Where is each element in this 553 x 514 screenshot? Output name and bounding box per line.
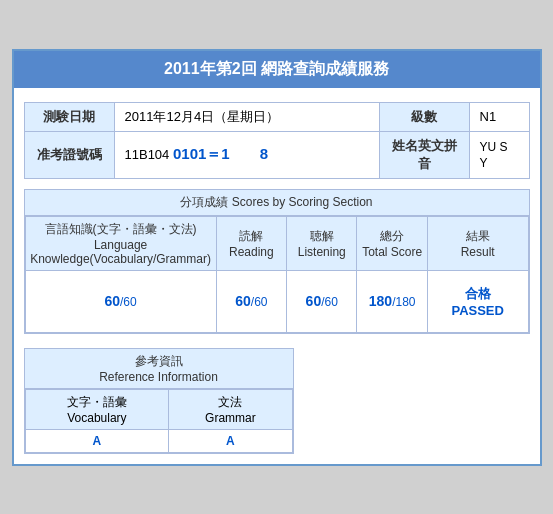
level-value: N1 bbox=[469, 102, 529, 131]
examinee-id-blue: 0101＝1 8 bbox=[173, 145, 268, 162]
col-total-jp: 總分 bbox=[380, 229, 404, 243]
col-reading-en: Reading bbox=[229, 245, 274, 259]
col-grammar-en: Grammar bbox=[205, 411, 256, 425]
result-jp: 合格 bbox=[432, 285, 524, 303]
content-wrapper: 測験日期 2011年12月4日（星期日） 級數 N1 准考證號碼 11B104 … bbox=[14, 88, 540, 464]
total-max: 180 bbox=[395, 295, 415, 309]
total-score: 180 bbox=[369, 293, 392, 309]
ref-title: 參考資訊 Reference Information bbox=[25, 349, 293, 389]
col-listening-header: 聴解 Listening bbox=[287, 216, 357, 270]
scores-title: 分項成績 Scores by Scoring Section bbox=[25, 190, 529, 216]
result-cell: 合格 PASSED bbox=[427, 270, 528, 332]
listening-max: 60 bbox=[325, 295, 338, 309]
lang-max: 60 bbox=[123, 295, 136, 309]
col-result-header: 結果 Result bbox=[427, 216, 528, 270]
exam-date-value: 2011年12月4日（星期日） bbox=[114, 102, 379, 131]
vocab-value: A bbox=[25, 429, 169, 452]
lang-score-cell: 60/60 bbox=[25, 270, 216, 332]
total-score-cell: 180/180 bbox=[357, 270, 427, 332]
ref-title-en: Reference Information bbox=[99, 370, 218, 384]
col-vocab-en: Vocabulary bbox=[67, 411, 126, 425]
examinee-id-cell: 11B104 0101＝1 8 bbox=[114, 131, 379, 178]
col-grammar-header: 文法 Grammar bbox=[169, 389, 292, 429]
scores-data-row: 60/60 60/60 60/60 180/180 合格 bbox=[25, 270, 528, 332]
exam-date-label: 測験日期 bbox=[24, 102, 114, 131]
examinee-id-label: 准考證號碼 bbox=[24, 131, 114, 178]
name-label: 姓名英文拼音 bbox=[379, 131, 469, 178]
ref-grid: 文字・語彙 Vocabulary 文法 Grammar A A bbox=[25, 389, 293, 453]
col-total-en: Total Score bbox=[362, 245, 422, 259]
reading-score: 60 bbox=[235, 293, 251, 309]
col-listening-jp: 聴解 bbox=[310, 229, 334, 243]
level-label: 級數 bbox=[379, 102, 469, 131]
examinee-id-prefix: 11B104 bbox=[125, 147, 170, 162]
scores-title-text: 分項成績 Scores by Scoring Section bbox=[180, 195, 372, 209]
listening-score-cell: 60/60 bbox=[287, 270, 357, 332]
ref-data-row: A A bbox=[25, 429, 292, 452]
reference-section: 參考資訊 Reference Information 文字・語彙 Vocabul… bbox=[24, 348, 294, 454]
lang-score: 60 bbox=[104, 293, 120, 309]
col-total-header: 總分 Total Score bbox=[357, 216, 427, 270]
col-reading-header: 読解 Reading bbox=[216, 216, 286, 270]
scores-grid: 言語知識(文字・語彙・文法) Language Knowledge(Vocabu… bbox=[25, 216, 529, 333]
name-value: YU S Y bbox=[469, 131, 529, 178]
scores-section: 分項成績 Scores by Scoring Section 言語知識(文字・語… bbox=[24, 189, 530, 334]
ref-title-jp: 參考資訊 bbox=[135, 354, 183, 368]
page-title: 2011年第2回 網路查詢成績服務 bbox=[14, 51, 540, 88]
col-result-en: Result bbox=[461, 245, 495, 259]
col-lang-header: 言語知識(文字・語彙・文法) Language Knowledge(Vocabu… bbox=[25, 216, 216, 270]
listening-score: 60 bbox=[306, 293, 322, 309]
col-lang-en: Language Knowledge(Vocabulary/Grammar) bbox=[30, 238, 211, 266]
result-en: PASSED bbox=[432, 303, 524, 318]
reading-score-cell: 60/60 bbox=[216, 270, 286, 332]
col-listening-en: Listening bbox=[298, 245, 346, 259]
main-container: 2011年第2回 網路查詢成績服務 測験日期 2011年12月4日（星期日） 級… bbox=[12, 49, 542, 466]
col-vocab-header: 文字・語彙 Vocabulary bbox=[25, 389, 169, 429]
reading-max: 60 bbox=[254, 295, 267, 309]
col-reading-jp: 読解 bbox=[239, 229, 263, 243]
grammar-value: A bbox=[169, 429, 292, 452]
col-lang-jp: 言語知識(文字・語彙・文法) bbox=[45, 222, 197, 236]
info-table: 測験日期 2011年12月4日（星期日） 級數 N1 准考證號碼 11B104 … bbox=[24, 102, 530, 179]
col-result-jp: 結果 bbox=[466, 229, 490, 243]
col-vocab-jp: 文字・語彙 bbox=[67, 395, 127, 409]
col-grammar-jp: 文法 bbox=[218, 395, 242, 409]
